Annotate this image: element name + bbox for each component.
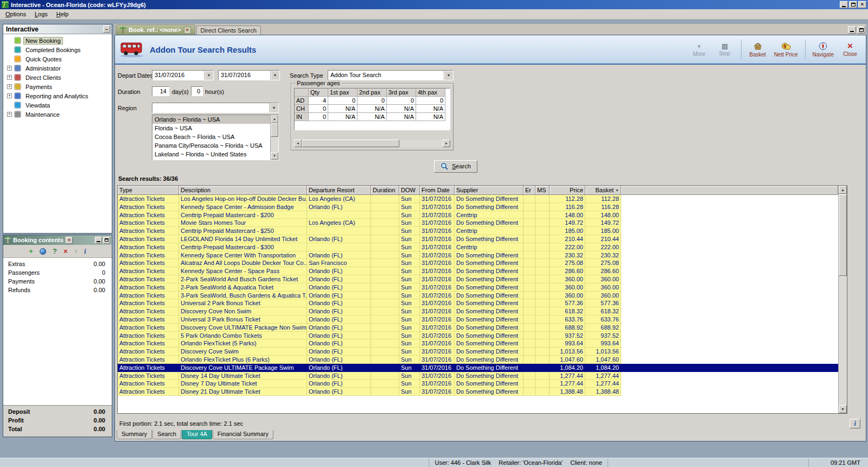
region-option[interactable]: Cocoa Beach ~ Florida ~ USA bbox=[152, 132, 270, 141]
scroll-up-icon[interactable]: ▲ bbox=[839, 186, 847, 194]
pax-age-cell[interactable]: 0 bbox=[387, 97, 416, 105]
chevron-down-icon[interactable]: ▼ bbox=[204, 71, 213, 80]
sidebar-item[interactable]: Direct Clients bbox=[3, 73, 112, 82]
delete-icon[interactable]: × bbox=[63, 248, 68, 255]
close-button[interactable]: × bbox=[858, 1, 866, 8]
tab-booking-ref[interactable]: Book. ref.: <none> × bbox=[116, 24, 195, 35]
table-row[interactable]: Attraction Tickets Orlando FlexTicket (5… bbox=[118, 339, 838, 348]
pax-age-cell[interactable]: N/A bbox=[387, 113, 416, 121]
tab-direct-clients-search[interactable]: Direct Clients Search bbox=[196, 26, 261, 35]
col-dow[interactable]: DOW bbox=[399, 186, 420, 195]
globe-icon[interactable] bbox=[40, 248, 46, 255]
maximize-button[interactable] bbox=[849, 1, 857, 8]
pax-age-cell[interactable]: N/A bbox=[416, 105, 445, 113]
scroll-right-icon[interactable]: ► bbox=[443, 140, 450, 147]
table-row[interactable]: Attraction Tickets Alcatraz And All Loop… bbox=[118, 259, 838, 267]
region-option[interactable]: Panama City/Pensacola ~ Florida ~ USA bbox=[152, 141, 270, 150]
scroll-left-icon[interactable]: ◄ bbox=[294, 140, 302, 147]
pax-age-cell[interactable]: N/A bbox=[358, 105, 387, 113]
table-row[interactable]: Attraction Tickets LEGOLAND Florida 14 D… bbox=[118, 235, 838, 243]
sidebar-item[interactable]: Payments bbox=[3, 82, 112, 91]
region-option[interactable]: Florida ~ USA bbox=[152, 124, 270, 132]
table-row[interactable]: Attraction Tickets Kennedy Space Center … bbox=[118, 267, 838, 275]
restore-panel-button[interactable] bbox=[103, 237, 110, 244]
expand-icon[interactable] bbox=[7, 66, 12, 71]
col-basket[interactable]: Basket▼ bbox=[585, 186, 621, 195]
col-departure-resort[interactable]: Departure Resort bbox=[307, 186, 371, 195]
navigate-button[interactable]: Navigate bbox=[813, 42, 834, 58]
sidebar-item[interactable]: New Booking bbox=[3, 36, 112, 45]
table-row[interactable]: Attraction Tickets Kennedy Space Center … bbox=[118, 203, 838, 211]
col-description[interactable]: Description bbox=[179, 186, 307, 195]
pax-age-cell[interactable]: 0 bbox=[358, 97, 387, 105]
table-row[interactable]: Attraction Tickets Orlando FlexTicket Pl… bbox=[118, 356, 838, 364]
expand-icon[interactable] bbox=[7, 75, 12, 80]
add-icon[interactable]: + bbox=[29, 248, 33, 255]
table-row[interactable]: Attraction Tickets Universal 2 Park Bonu… bbox=[118, 299, 838, 307]
table-row[interactable]: Attraction Tickets Los Angeles Hop-on Ho… bbox=[118, 195, 838, 203]
duration-hours-input[interactable] bbox=[191, 86, 203, 96]
pax-age-cell[interactable]: 0 bbox=[416, 97, 445, 105]
depart-date-from-combo[interactable]: 31/07/2016 ▼ bbox=[152, 70, 214, 80]
pax-age-cell[interactable]: N/A bbox=[328, 105, 358, 113]
table-row[interactable]: Attraction Tickets Kennedy Space Center … bbox=[118, 251, 838, 260]
close-view-button[interactable]: × Close bbox=[841, 42, 859, 57]
menu-help[interactable]: Help bbox=[52, 10, 73, 18]
table-row[interactable]: Attraction Tickets 5 Park Orlando Combo … bbox=[118, 332, 838, 340]
chevron-down-icon[interactable]: ▼ bbox=[444, 71, 453, 80]
region-combo[interactable]: ▼ bbox=[152, 103, 279, 113]
col-price[interactable]: Price bbox=[550, 186, 585, 195]
scroll-thumb[interactable] bbox=[302, 140, 399, 147]
sidebar-item[interactable]: Quick Quotes bbox=[3, 54, 112, 64]
menu-options[interactable]: Options bbox=[1, 10, 30, 18]
scroll-down-icon[interactable]: ▼ bbox=[271, 152, 278, 160]
sidebar-item[interactable]: Reporting and Analytics bbox=[3, 91, 112, 100]
col-from-date[interactable]: From Date bbox=[420, 186, 455, 195]
tab-financial-summary[interactable]: Financial Summary bbox=[213, 430, 273, 439]
table-row[interactable]: Attraction Tickets 3-Park SeaWorld, Busc… bbox=[118, 292, 838, 300]
scroll-thumb[interactable] bbox=[839, 194, 847, 276]
table-row[interactable]: Attraction Tickets Centtrip Prepaid Mast… bbox=[118, 243, 838, 251]
expand-icon[interactable] bbox=[7, 112, 12, 117]
table-row[interactable]: Attraction Tickets Discovery Cove Swim O… bbox=[118, 348, 838, 356]
table-row[interactable]: Attraction Tickets Universal 3 Park Bonu… bbox=[118, 315, 838, 324]
mdi-minimize-button[interactable] bbox=[848, 26, 856, 34]
depart-date-to-combo[interactable]: 31/07/2016 ▼ bbox=[218, 70, 280, 80]
move-up-icon[interactable]: ↑ bbox=[74, 248, 78, 255]
region-listbox[interactable]: Orlando ~ Florida ~ USA Florida ~ USA Co… bbox=[152, 115, 279, 160]
menu-logs[interactable]: Logs bbox=[30, 10, 52, 18]
close-panel-button[interactable]: × bbox=[66, 237, 73, 244]
table-row[interactable]: Attraction Tickets Discovery Cove ULTIMA… bbox=[118, 324, 838, 332]
table-row[interactable]: Attraction Tickets Disney 21 Day Ultimat… bbox=[118, 388, 838, 396]
col-er[interactable]: Er bbox=[524, 186, 535, 195]
table-row[interactable]: Attraction Tickets Disney 7 Day Ultimate… bbox=[118, 380, 838, 388]
col-duration[interactable]: Duration bbox=[371, 186, 399, 195]
sidebar-item[interactable]: Completed Bookings bbox=[3, 45, 112, 54]
passenger-grid-scrollbar[interactable]: ◄ ► bbox=[294, 140, 450, 147]
expand-icon[interactable] bbox=[7, 84, 12, 89]
results-scrollbar[interactable]: ▲ ▼ bbox=[838, 186, 847, 413]
table-row[interactable]: Attraction Tickets Discovery Cove Non Sw… bbox=[118, 307, 838, 315]
scroll-up-icon[interactable]: ▲ bbox=[271, 115, 278, 123]
expand-icon[interactable] bbox=[7, 93, 12, 98]
table-row[interactable]: Attraction Tickets Disney 14 Day Ultimat… bbox=[118, 372, 838, 380]
minimize-button[interactable] bbox=[840, 1, 848, 8]
table-row[interactable]: Attraction Tickets Discovery Cove ULTIMA… bbox=[118, 364, 838, 372]
col-ms[interactable]: MS bbox=[535, 186, 550, 195]
col-supplier[interactable]: Supplier bbox=[455, 186, 524, 195]
scroll-down-icon[interactable]: ▼ bbox=[839, 405, 847, 413]
tab-tour-4a[interactable]: Tour 4A bbox=[182, 430, 212, 439]
qty-cell[interactable]: 0 bbox=[309, 105, 328, 113]
pax-age-cell[interactable]: N/A bbox=[358, 113, 387, 121]
pax-age-cell[interactable]: N/A bbox=[416, 113, 445, 121]
table-row[interactable]: Attraction Tickets Movie Stars Homes Tou… bbox=[118, 219, 838, 227]
pax-age-cell[interactable]: 0 bbox=[328, 97, 358, 105]
table-row[interactable]: Attraction Tickets Centtrip Prepaid Mast… bbox=[118, 227, 838, 235]
chevron-down-icon[interactable]: ▼ bbox=[270, 71, 279, 80]
list-item[interactable]: Passengers 0 bbox=[3, 269, 112, 278]
close-tab-icon[interactable]: × bbox=[184, 27, 191, 34]
pax-age-cell[interactable]: N/A bbox=[328, 113, 358, 121]
nett-price-button[interactable]: $ Nett Price bbox=[774, 42, 798, 58]
table-row[interactable]: Attraction Tickets 2-Park SeaWorld And B… bbox=[118, 275, 838, 283]
col-type[interactable]: Type bbox=[118, 186, 179, 195]
